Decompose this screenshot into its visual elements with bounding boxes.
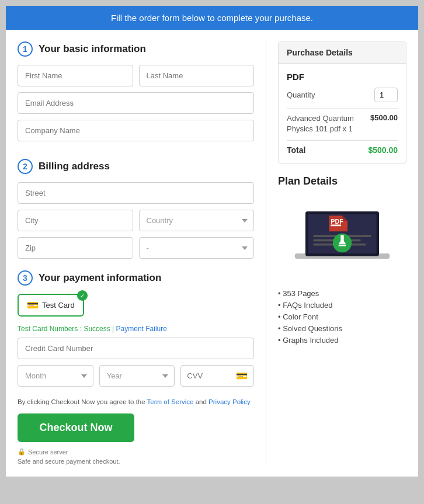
year-select[interactable]: Year: [99, 365, 175, 387]
name-row: [18, 65, 254, 86]
secure-note: Safe and secure payment checkout.: [18, 458, 254, 465]
total-row: Total $500.00: [287, 140, 398, 155]
product-name: Advanced Quantum Physics 101 pdf x 1: [287, 113, 370, 134]
city-country-row: Country: [18, 210, 254, 231]
purchase-body: PDF Quantity Advanced Quantum Physics 10…: [279, 64, 406, 163]
section-billing: 2 Billing address Country -: [18, 159, 254, 259]
plan-feature-item: Color Font: [278, 312, 406, 321]
total-label: Total: [287, 145, 305, 155]
test-card-info: Test Card Numbers : Success | Payment Fa…: [18, 325, 254, 333]
payment-row: Month Year 💳: [18, 365, 254, 387]
tos-link[interactable]: Term of Service: [147, 398, 194, 405]
plan-feature-item: Graphs Included: [278, 336, 406, 345]
cc-number-input[interactable]: [18, 338, 254, 359]
last-name-input[interactable]: [139, 65, 255, 86]
quantity-input[interactable]: [374, 88, 398, 102]
plan-details: Plan Details: [278, 175, 406, 345]
state-select[interactable]: -: [139, 237, 255, 259]
svg-rect-13: [339, 245, 346, 246]
plan-feature-item: FAQs Included: [278, 301, 406, 310]
left-panel: 1 Your basic information 2 Billing ad: [18, 41, 266, 465]
purchase-header-text: Purchase Details: [287, 48, 353, 57]
section-basic-info: 1 Your basic information: [18, 41, 254, 147]
street-input[interactable]: [18, 182, 254, 204]
test-card-label: Test Card Numbers :: [18, 325, 82, 333]
privacy-link[interactable]: Privacy Policy: [208, 398, 251, 405]
failure-link[interactable]: Payment Failure: [116, 325, 167, 333]
checkout-button[interactable]: Checkout Now: [18, 413, 134, 442]
zip-input[interactable]: [18, 237, 133, 259]
page-wrapper: Fill the order form below to complete yo…: [6, 6, 418, 477]
plan-feature-item: 353 Pages: [278, 289, 406, 298]
top-banner: Fill the order form below to complete yo…: [6, 6, 418, 30]
card-option[interactable]: 💳 Test Card ✓: [18, 294, 84, 317]
purchase-box: Purchase Details PDF Quantity Advanced Q…: [278, 41, 406, 164]
secure-label: Secure server: [28, 449, 68, 456]
first-name-input[interactable]: [18, 65, 133, 86]
product-row: Advanced Quantum Physics 101 pdf x 1 $50…: [287, 108, 398, 134]
section3-number: 3: [18, 270, 33, 286]
cvv-input[interactable]: [187, 366, 236, 386]
right-panel: Purchase Details PDF Quantity Advanced Q…: [266, 41, 406, 465]
zip-state-row: -: [18, 237, 254, 259]
country-select[interactable]: Country: [139, 210, 255, 231]
cvv-icon: 💳: [236, 370, 248, 381]
svg-rect-12: [340, 235, 343, 242]
product-price: $500.00: [370, 113, 398, 134]
section2-title: Billing address: [39, 161, 110, 172]
plan-heading: Plan Details: [278, 175, 406, 187]
banner-text: Fill the order form below to complete yo…: [111, 13, 313, 23]
section1-title: Your basic information: [39, 43, 146, 55]
svg-rect-8: [331, 225, 341, 227]
quantity-row: Quantity: [287, 88, 398, 102]
city-input[interactable]: [18, 210, 133, 231]
secure-note-text: Safe and secure payment checkout.: [18, 458, 120, 465]
success-link[interactable]: Success: [84, 325, 110, 333]
total-price: $500.00: [368, 145, 398, 155]
purchase-header: Purchase Details: [279, 42, 406, 64]
plan-features: 353 PagesFAQs IncludedColor FontSolved Q…: [278, 289, 406, 345]
section3-title: Your payment information: [39, 272, 161, 284]
purchase-type: PDF: [287, 72, 398, 82]
lock-icon: 🔒: [18, 448, 26, 456]
secure-info: 🔒 Secure server: [18, 448, 254, 456]
section1-number: 1: [18, 41, 33, 57]
quantity-label: Quantity: [287, 91, 315, 99]
terms-prefix: By clicking Checkout Now you agree to th…: [18, 398, 147, 405]
plan-feature-item: Solved Questions: [278, 324, 406, 333]
section2-number: 2: [18, 159, 33, 174]
month-select[interactable]: Month: [18, 365, 93, 387]
pdf-illustration: PDF: [278, 196, 406, 280]
section3-heading: 3 Your payment information: [18, 270, 254, 286]
section1-heading: 1 Your basic information: [18, 41, 254, 57]
section-payment: 3 Your payment information 💳 Test Card ✓…: [18, 270, 254, 387]
cvv-wrap: 💳: [180, 365, 254, 387]
main-content: 1 Your basic information 2 Billing ad: [6, 30, 418, 477]
card-label: Test Card: [42, 301, 75, 310]
cc-row: [18, 338, 254, 359]
card-icon: 💳: [27, 300, 39, 311]
check-badge: ✓: [77, 290, 88, 301]
terms-text: By clicking Checkout Now you agree to th…: [18, 398, 254, 405]
email-input[interactable]: [18, 92, 254, 114]
section2-heading: 2 Billing address: [18, 159, 254, 174]
company-input[interactable]: [18, 120, 254, 141]
svg-text:PDF: PDF: [331, 218, 343, 225]
